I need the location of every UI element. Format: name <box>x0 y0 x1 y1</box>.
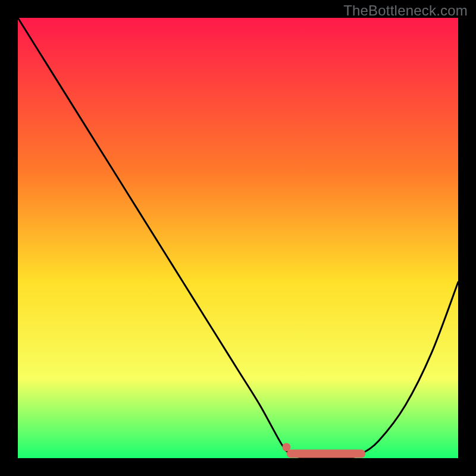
bottleneck-chart <box>18 18 458 458</box>
chart-frame: TheBottleneck.com <box>0 0 476 476</box>
watermark-text: TheBottleneck.com <box>343 2 468 19</box>
current-point-marker <box>282 443 290 452</box>
gradient-background <box>18 18 458 458</box>
chart-svg <box>18 18 458 458</box>
